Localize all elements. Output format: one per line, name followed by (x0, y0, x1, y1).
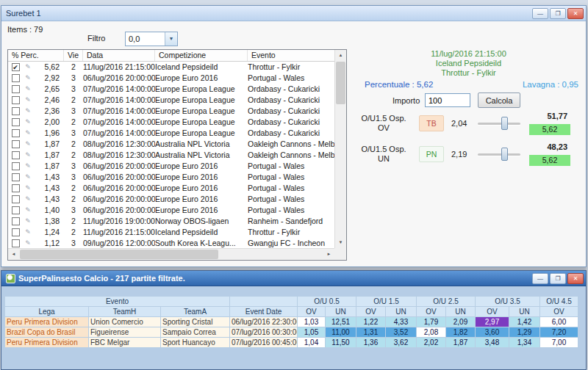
column-header-evento[interactable]: Evento (248, 50, 334, 61)
odds-cell[interactable]: 1,79 (417, 317, 446, 327)
row-checkbox[interactable] (8, 205, 23, 216)
row-checkbox[interactable] (8, 128, 23, 139)
row-checkbox[interactable] (8, 95, 23, 106)
odds-cell[interactable]: 12,51 (326, 317, 356, 327)
surebet-row[interactable]: ✎1,38211/lug/2016 19:00:00Norway OBOS-li… (8, 216, 334, 227)
row-checkbox[interactable] (8, 227, 23, 238)
surebet-row[interactable]: ✎1,43206/lug/2016 20:00:00Europe Euro 20… (8, 183, 334, 194)
row-checkbox[interactable] (8, 106, 23, 117)
odds-cell[interactable]: 1,87 (446, 338, 476, 348)
odds-cell[interactable]: 4,33 (386, 317, 417, 327)
column-header[interactable]: OV (356, 307, 386, 317)
odds-cell[interactable]: 1,04 (298, 338, 326, 348)
scroll-right-icon[interactable]: ► (323, 249, 334, 260)
surebet-row[interactable]: ✎2,46207/lug/2016 14:00:00Europe Europa … (8, 95, 334, 106)
close-button[interactable]: ✕ (567, 273, 584, 284)
surebet-row[interactable]: ✎1,96307/lug/2016 14:00:00Europe Europa … (8, 128, 334, 139)
surebet-row[interactable]: ✎1,40306/lug/2016 20:00:00Europe Euro 20… (8, 205, 334, 216)
row-checkbox[interactable] (8, 139, 23, 150)
vertical-scrollbar[interactable]: ▲ ▼ (334, 50, 346, 248)
odds-cell[interactable]: 1,34 (509, 338, 540, 348)
odds-cell[interactable]: 1,03 (298, 317, 326, 327)
odds-cell[interactable]: 1,36 (356, 338, 386, 348)
column-header[interactable]: UN (509, 307, 540, 317)
row-checkbox[interactable] (8, 216, 23, 227)
scroll-up-icon[interactable]: ▲ (335, 50, 346, 61)
filter-combobox[interactable]: 0,0 ▼ (125, 32, 178, 46)
odds-cell[interactable]: 7,20 (540, 327, 578, 338)
column-header[interactable]: UN (386, 307, 417, 317)
horizontal-scrollbar-thumb[interactable] (20, 250, 218, 259)
chevron-down-icon[interactable]: ▼ (165, 32, 177, 46)
column-header-data[interactable]: Data (83, 50, 155, 61)
surebet-row[interactable]: ✎1,87208/lug/2016 12:30:00Australia NPL … (8, 139, 334, 150)
row-checkbox[interactable] (8, 84, 23, 95)
column-header[interactable]: OV (417, 307, 446, 317)
slider-thumb[interactable] (501, 117, 508, 130)
surebet-row[interactable]: ✎2,92306/lug/2016 20:00:00Europe Euro 20… (8, 73, 334, 84)
maximize-button[interactable]: ❐ (550, 8, 566, 19)
column-header[interactable]: OV (540, 307, 578, 317)
row-checkbox[interactable] (8, 183, 23, 194)
odds-cell[interactable]: 2,08 (417, 327, 446, 338)
surebet-row[interactable]: ✔✎5,62211/lug/2016 21:15:00Iceland Pepsi… (8, 62, 334, 73)
match-row[interactable]: Peru Primera DivisionFBC MelgarSport Hua… (5, 338, 578, 348)
column-header[interactable]: TeamA (161, 307, 230, 317)
minimize-button[interactable]: — (532, 273, 548, 284)
palinsesto-titlebar[interactable]: SuperPalinsesto Calcio - 217 partite fil… (1, 271, 586, 286)
column-header-vie[interactable]: Vie (64, 50, 83, 61)
row-checkbox[interactable] (8, 117, 23, 128)
column-header[interactable]: OV (476, 307, 509, 317)
column-header-competizione[interactable]: Competizione (155, 50, 248, 61)
slider-track[interactable] (478, 123, 520, 125)
column-header[interactable]: TeamH (89, 307, 161, 317)
odds-cell[interactable]: 3,52 (386, 327, 417, 338)
maximize-button[interactable]: ❐ (550, 273, 566, 284)
surebet-row[interactable]: ✎1,24211/lug/2016 21:15:00Iceland Pepsid… (8, 227, 334, 238)
odds-cell[interactable]: 1,05 (298, 327, 326, 338)
odds-cell[interactable]: 3,48 (476, 338, 509, 348)
odds-cell[interactable]: 3,60 (476, 327, 509, 338)
column-header[interactable]: UN (326, 307, 356, 317)
scroll-down-icon[interactable]: ▼ (335, 237, 346, 248)
minimize-button[interactable]: — (532, 8, 548, 19)
slider-track[interactable] (478, 153, 520, 156)
match-row[interactable]: Peru Primera DivisionUnion ComercioSport… (5, 317, 578, 327)
scroll-left-icon[interactable]: ◄ (8, 249, 19, 260)
column-header-perc[interactable]: % Perc. (8, 50, 64, 61)
stake-slider[interactable] (478, 146, 520, 162)
odds-cell[interactable]: 1,42 (509, 317, 540, 327)
row-checkbox[interactable]: ✔ (8, 62, 23, 73)
column-header[interactable]: OV (298, 307, 326, 317)
row-checkbox[interactable] (8, 73, 23, 84)
odds-cell[interactable]: 11,00 (326, 327, 356, 338)
surebet-row[interactable]: ✎1,87208/lug/2016 12:30:00Australia NPL … (8, 150, 334, 161)
row-checkbox[interactable] (8, 161, 23, 172)
row-checkbox[interactable] (8, 172, 23, 183)
horizontal-scrollbar[interactable]: ◄ ► (8, 248, 334, 260)
surebet-row[interactable]: ✎1,43306/lug/2016 20:00:00Europe Euro 20… (8, 172, 334, 183)
match-row[interactable]: Brazil Copa do BrasilFigueirenseSampaio … (5, 327, 578, 338)
odds-cell[interactable]: 1,31 (356, 327, 386, 338)
odds-cell[interactable]: 3,62 (386, 338, 417, 348)
vertical-scrollbar-thumb[interactable] (336, 62, 345, 104)
stake-slider[interactable] (478, 115, 520, 131)
surebet-row[interactable]: ✎2,00207/lug/2016 14:00:00Europe Europa … (8, 117, 334, 128)
row-checkbox[interactable] (8, 238, 23, 248)
row-checkbox[interactable] (8, 194, 23, 205)
odds-cell[interactable]: 6,00 (540, 317, 578, 327)
odds-cell[interactable]: 2,97 (476, 317, 509, 327)
close-button[interactable]: ✕ (567, 8, 584, 19)
surebet-row[interactable]: ✎1,43206/lug/2016 20:00:00Europe Euro 20… (8, 194, 334, 205)
calcola-button[interactable]: Calcola (478, 92, 520, 108)
row-checkbox[interactable] (8, 150, 23, 161)
surebet-row[interactable]: ✎1,12309/lug/2016 12:00:00South Korea K-… (8, 238, 334, 248)
slider-thumb[interactable] (501, 148, 508, 161)
odds-cell[interactable]: 2,02 (417, 338, 446, 348)
column-header[interactable]: UN (446, 307, 476, 317)
column-header[interactable]: Lega (5, 307, 89, 317)
odds-cell[interactable]: 2,09 (446, 317, 476, 327)
odds-cell[interactable]: 7,00 (540, 338, 578, 348)
importo-input[interactable] (425, 93, 470, 107)
odds-cell[interactable]: 1,22 (356, 317, 386, 327)
